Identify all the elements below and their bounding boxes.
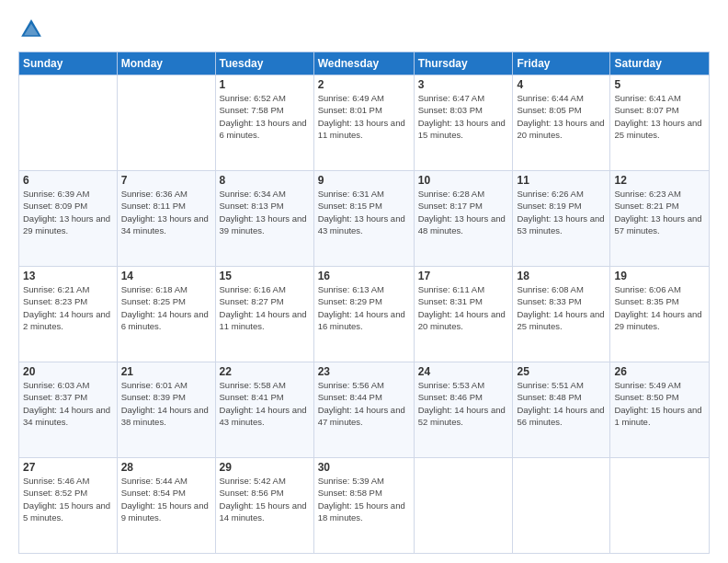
calendar-cell: 4Sunrise: 6:44 AM Sunset: 8:05 PM Daylig…: [513, 75, 610, 171]
calendar-cell: 14Sunrise: 6:18 AM Sunset: 8:25 PM Dayli…: [117, 267, 215, 362]
calendar-table: SundayMondayTuesdayWednesdayThursdayFrid…: [18, 52, 710, 554]
calendar-cell: 26Sunrise: 5:49 AM Sunset: 8:50 PM Dayli…: [610, 362, 710, 458]
day-number: 5: [614, 78, 705, 91]
calendar-cell: 8Sunrise: 6:34 AM Sunset: 8:13 PM Daylig…: [215, 171, 313, 267]
day-number: 17: [418, 270, 509, 282]
calendar-cell: 7Sunrise: 6:36 AM Sunset: 8:11 PM Daylig…: [117, 171, 215, 267]
calendar-week-3: 13Sunrise: 6:21 AM Sunset: 8:23 PM Dayli…: [19, 267, 710, 362]
logo-icon: [18, 17, 44, 42]
day-info: Sunrise: 6:31 AM Sunset: 8:15 PM Dayligh…: [318, 188, 410, 236]
day-number: 19: [614, 270, 705, 282]
day-info: Sunrise: 5:51 AM Sunset: 8:48 PM Dayligh…: [517, 379, 606, 428]
calendar-cell: 29Sunrise: 5:42 AM Sunset: 8:56 PM Dayli…: [215, 458, 313, 554]
day-info: Sunrise: 6:13 AM Sunset: 8:29 PM Dayligh…: [318, 283, 410, 332]
day-header-wednesday: Wednesday: [313, 52, 414, 75]
calendar-cell: 3Sunrise: 6:47 AM Sunset: 8:03 PM Daylig…: [414, 75, 513, 171]
day-number: 29: [220, 461, 310, 474]
day-info: Sunrise: 6:47 AM Sunset: 8:03 PM Dayligh…: [418, 92, 509, 141]
calendar-cell: 27Sunrise: 5:46 AM Sunset: 8:52 PM Dayli…: [19, 458, 118, 554]
day-number: 24: [418, 365, 509, 378]
calendar-cell: 15Sunrise: 6:16 AM Sunset: 8:27 PM Dayli…: [215, 267, 313, 362]
day-number: 26: [614, 365, 705, 378]
calendar-cell: 10Sunrise: 6:28 AM Sunset: 8:17 PM Dayli…: [414, 171, 513, 267]
day-header-friday: Friday: [513, 52, 610, 75]
day-header-thursday: Thursday: [414, 52, 513, 75]
calendar-cell: 5Sunrise: 6:41 AM Sunset: 8:07 PM Daylig…: [610, 75, 710, 171]
calendar-week-1: 1Sunrise: 6:52 AM Sunset: 7:58 PM Daylig…: [19, 75, 710, 171]
calendar-cell: 16Sunrise: 6:13 AM Sunset: 8:29 PM Dayli…: [313, 267, 414, 362]
day-info: Sunrise: 6:52 AM Sunset: 7:58 PM Dayligh…: [220, 92, 310, 141]
calendar-cell: 2Sunrise: 6:49 AM Sunset: 8:01 PM Daylig…: [313, 75, 414, 171]
day-info: Sunrise: 6:36 AM Sunset: 8:11 PM Dayligh…: [121, 188, 211, 236]
calendar-cell: 11Sunrise: 6:26 AM Sunset: 8:19 PM Dayli…: [513, 171, 610, 267]
calendar-cell: 9Sunrise: 6:31 AM Sunset: 8:15 PM Daylig…: [313, 171, 414, 267]
day-number: 16: [318, 270, 410, 282]
day-number: 23: [318, 365, 410, 378]
calendar-cell: [610, 458, 710, 554]
day-info: Sunrise: 6:34 AM Sunset: 8:13 PM Dayligh…: [220, 188, 310, 236]
day-header-tuesday: Tuesday: [215, 52, 313, 75]
day-number: 12: [614, 174, 705, 187]
header: [18, 17, 710, 42]
day-number: 11: [517, 174, 606, 187]
day-info: Sunrise: 6:39 AM Sunset: 8:09 PM Dayligh…: [23, 188, 113, 236]
day-number: 18: [517, 270, 606, 282]
day-number: 3: [418, 78, 509, 91]
day-number: 2: [318, 78, 410, 91]
day-info: Sunrise: 5:46 AM Sunset: 8:52 PM Dayligh…: [23, 475, 113, 523]
day-info: Sunrise: 6:21 AM Sunset: 8:23 PM Dayligh…: [23, 283, 113, 332]
calendar-cell: 22Sunrise: 5:58 AM Sunset: 8:41 PM Dayli…: [215, 362, 313, 458]
day-number: 10: [418, 174, 509, 187]
day-info: Sunrise: 5:56 AM Sunset: 8:44 PM Dayligh…: [318, 379, 410, 428]
calendar-cell: 19Sunrise: 6:06 AM Sunset: 8:35 PM Dayli…: [610, 267, 710, 362]
calendar-cell: 6Sunrise: 6:39 AM Sunset: 8:09 PM Daylig…: [19, 171, 118, 267]
day-number: 1: [220, 78, 310, 91]
page: SundayMondayTuesdayWednesdayThursdayFrid…: [0, 0, 728, 563]
day-number: 7: [121, 174, 211, 187]
day-number: 15: [220, 270, 310, 282]
day-info: Sunrise: 6:41 AM Sunset: 8:07 PM Dayligh…: [614, 92, 705, 141]
day-header-saturday: Saturday: [610, 52, 710, 75]
day-info: Sunrise: 6:11 AM Sunset: 8:31 PM Dayligh…: [418, 283, 509, 332]
calendar-cell: 24Sunrise: 5:53 AM Sunset: 8:46 PM Dayli…: [414, 362, 513, 458]
calendar-cell: 30Sunrise: 5:39 AM Sunset: 8:58 PM Dayli…: [313, 458, 414, 554]
day-info: Sunrise: 6:28 AM Sunset: 8:17 PM Dayligh…: [418, 188, 509, 236]
calendar-cell: 1Sunrise: 6:52 AM Sunset: 7:58 PM Daylig…: [215, 75, 313, 171]
day-number: 20: [23, 365, 113, 378]
day-number: 9: [318, 174, 410, 187]
day-info: Sunrise: 5:44 AM Sunset: 8:54 PM Dayligh…: [121, 475, 211, 523]
day-info: Sunrise: 6:16 AM Sunset: 8:27 PM Dayligh…: [220, 283, 310, 332]
calendar-cell: 25Sunrise: 5:51 AM Sunset: 8:48 PM Dayli…: [513, 362, 610, 458]
day-info: Sunrise: 6:26 AM Sunset: 8:19 PM Dayligh…: [517, 188, 606, 236]
calendar-cell: [513, 458, 610, 554]
day-number: 28: [121, 461, 211, 474]
calendar-week-2: 6Sunrise: 6:39 AM Sunset: 8:09 PM Daylig…: [19, 171, 710, 267]
calendar-cell: [19, 75, 118, 171]
logo: [18, 17, 46, 42]
calendar-cell: 13Sunrise: 6:21 AM Sunset: 8:23 PM Dayli…: [19, 267, 118, 362]
day-info: Sunrise: 6:23 AM Sunset: 8:21 PM Dayligh…: [614, 188, 705, 236]
calendar-cell: 18Sunrise: 6:08 AM Sunset: 8:33 PM Dayli…: [513, 267, 610, 362]
calendar-cell: 20Sunrise: 6:03 AM Sunset: 8:37 PM Dayli…: [19, 362, 118, 458]
day-number: 6: [23, 174, 113, 187]
day-number: 22: [220, 365, 310, 378]
day-info: Sunrise: 6:06 AM Sunset: 8:35 PM Dayligh…: [614, 283, 705, 332]
day-info: Sunrise: 6:08 AM Sunset: 8:33 PM Dayligh…: [517, 283, 606, 332]
calendar-cell: 23Sunrise: 5:56 AM Sunset: 8:44 PM Dayli…: [313, 362, 414, 458]
day-number: 21: [121, 365, 211, 378]
calendar-week-5: 27Sunrise: 5:46 AM Sunset: 8:52 PM Dayli…: [19, 458, 710, 554]
day-info: Sunrise: 5:58 AM Sunset: 8:41 PM Dayligh…: [220, 379, 310, 428]
day-number: 4: [517, 78, 606, 91]
day-number: 27: [23, 461, 113, 474]
day-info: Sunrise: 6:03 AM Sunset: 8:37 PM Dayligh…: [23, 379, 113, 428]
day-number: 8: [220, 174, 310, 187]
day-info: Sunrise: 5:49 AM Sunset: 8:50 PM Dayligh…: [614, 379, 705, 428]
day-header-monday: Monday: [117, 52, 215, 75]
day-number: 13: [23, 270, 113, 282]
day-info: Sunrise: 6:18 AM Sunset: 8:25 PM Dayligh…: [121, 283, 211, 332]
day-info: Sunrise: 5:42 AM Sunset: 8:56 PM Dayligh…: [220, 475, 310, 523]
calendar-cell: [117, 75, 215, 171]
day-number: 30: [318, 461, 410, 474]
day-info: Sunrise: 6:49 AM Sunset: 8:01 PM Dayligh…: [318, 92, 410, 141]
calendar-cell: 12Sunrise: 6:23 AM Sunset: 8:21 PM Dayli…: [610, 171, 710, 267]
